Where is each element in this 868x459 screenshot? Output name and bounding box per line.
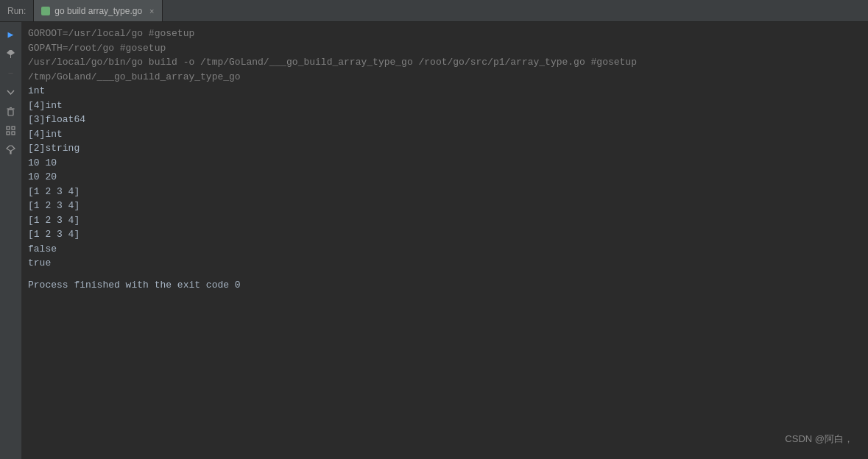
console-line: [1 2 3 4]: [28, 185, 862, 199]
console-output[interactable]: GOROOT=/usr/local/go #gosetupGOPATH=/roo…: [22, 22, 868, 459]
watermark: CSDN @阿白，: [785, 433, 853, 446]
pin-icon[interactable]: [3, 46, 19, 62]
svg-rect-0: [8, 110, 13, 115]
tab-close-button[interactable]: ×: [149, 7, 154, 15]
tab-bar: Run: go build array_type.go ×: [0, 0, 868, 22]
main-layout: ▶ —: [0, 22, 868, 459]
trash-icon[interactable]: [3, 103, 19, 119]
console-line: GOPATH=/root/go #gosetup: [28, 41, 862, 56]
console-line: Process finished with the exit code 0: [28, 278, 862, 293]
console-line: 10 20: [28, 170, 862, 185]
sidebar: ▶ —: [0, 22, 22, 459]
console-line: [3]float64: [28, 113, 862, 127]
console-line: GOROOT=/usr/local/go #gosetup: [28, 26, 862, 41]
svg-rect-3: [7, 127, 10, 129]
separator-icon: —: [3, 65, 19, 81]
pin2-icon[interactable]: [3, 141, 19, 157]
console-line: [1 2 3 4]: [28, 213, 862, 228]
console-line: /usr/local/go/bin/go build -o /tmp/GoLan…: [28, 55, 862, 70]
console-line: 10 10: [28, 156, 862, 171]
console-line: /tmp/GoLand/___go_build_array_type_go: [28, 70, 862, 85]
play-icon[interactable]: ▶: [3, 26, 19, 43]
svg-rect-5: [7, 132, 10, 135]
scroll-down-icon[interactable]: [3, 84, 19, 100]
console-line: [2]string: [28, 141, 862, 156]
tab-item[interactable]: go build array_type.go ×: [34, 0, 162, 21]
svg-rect-6: [12, 132, 15, 135]
grid-icon[interactable]: [3, 122, 19, 138]
tab-file-icon: [41, 7, 50, 15]
svg-rect-4: [12, 127, 15, 129]
console-line: int: [28, 84, 862, 99]
console-line: [4]int: [28, 127, 862, 142]
console-line: [4]int: [28, 99, 862, 113]
tab-title: go build array_type.go: [54, 6, 142, 16]
console-line: false: [28, 242, 862, 257]
console-line: [1 2 3 4]: [28, 227, 862, 242]
run-label: Run:: [0, 0, 34, 21]
console-line: [1 2 3 4]: [28, 199, 862, 213]
console-line: true: [28, 256, 862, 271]
